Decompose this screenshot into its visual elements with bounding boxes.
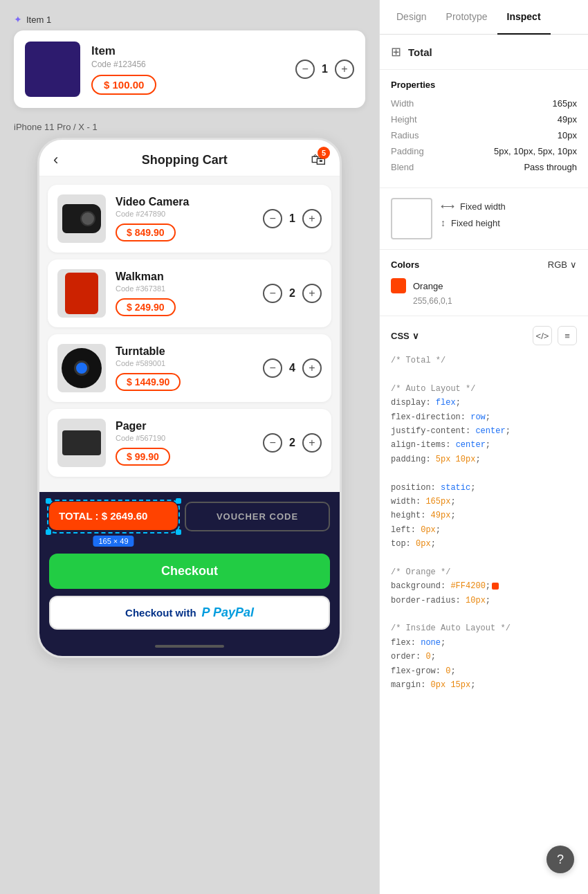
css-list-button[interactable]: ≡: [558, 326, 577, 345]
tab-design[interactable]: Design: [387, 0, 437, 35]
product-name-pager: Pager: [116, 420, 253, 432]
css-line: /* Inside Auto Layout */: [391, 621, 577, 635]
css-actions: </> ≡: [533, 326, 577, 345]
prop-width: Width 165px: [391, 98, 577, 109]
product-price-camera: $ 849.90: [116, 224, 176, 241]
colors-mode[interactable]: RGB ∨: [548, 259, 577, 270]
product-code-camera: Code #247890: [116, 210, 253, 218]
selection-handle-tr: [176, 498, 181, 504]
prop-radius: Radius 10px: [391, 130, 577, 140]
turntable-decrement[interactable]: −: [263, 358, 282, 378]
help-button[interactable]: ?: [546, 846, 574, 873]
fixed-width-icon: ⟷: [441, 201, 454, 212]
css-line: [391, 466, 577, 480]
css-line: [391, 551, 577, 565]
paypal-button[interactable]: Checkout with P PayPal: [49, 596, 330, 630]
cart-title: Shopping Cart: [142, 153, 228, 167]
checkout-button[interactable]: Checkout: [49, 554, 330, 589]
item1-quantity: 1: [322, 63, 328, 75]
voucher-button[interactable]: VOUCHER CODE: [185, 502, 330, 531]
css-line: display: flex;: [391, 396, 577, 410]
item1-name: Item: [91, 44, 284, 58]
walkman-decrement[interactable]: −: [263, 284, 282, 303]
item1-label-text: Item 1: [26, 15, 51, 25]
camera-qty: 1: [289, 212, 295, 225]
css-label[interactable]: CSS ∨: [391, 331, 419, 341]
product-card: Turntable Code #589001 $ 1449.90 − 4 +: [48, 334, 331, 402]
item1-label: ✦ Item 1: [14, 14, 365, 25]
walkman-qty: 2: [289, 287, 295, 300]
prop-padding-key: Padding: [391, 146, 424, 156]
product-price-turntable: $ 1449.90: [116, 373, 181, 391]
item1-decrement-button[interactable]: −: [295, 60, 315, 79]
item1-increment-button[interactable]: +: [335, 60, 354, 79]
prop-width-key: Width: [391, 98, 414, 109]
prop-padding-val: 5px, 10px, 5px, 10px: [494, 146, 577, 156]
total-button[interactable]: TOTAL : $ 2649.60: [49, 502, 178, 530]
section-header: ⊞ Total: [380, 35, 588, 70]
prop-radius-val: 10px: [558, 130, 577, 140]
turntable-icon: [62, 348, 102, 388]
css-line: /* Orange */: [391, 565, 577, 579]
camera-increment[interactable]: +: [302, 209, 322, 228]
right-panel: Design Prototype Inspect ⊞ Total Propert…: [379, 0, 588, 894]
product-code-turntable: Code #589001: [116, 359, 253, 367]
turntable-increment[interactable]: +: [302, 358, 322, 378]
product-price-walkman: $ 249.90: [116, 298, 176, 316]
camera-decrement[interactable]: −: [263, 209, 282, 228]
colors-header: Colors RGB ∨: [391, 259, 577, 270]
css-code-button[interactable]: </>: [533, 326, 552, 345]
prop-blend: Blend Pass through: [391, 162, 577, 172]
colors-mode-label: RGB: [548, 259, 567, 270]
phone-header: ‹ Shopping Cart 🛍 5: [39, 140, 340, 176]
css-line: position: static;: [391, 481, 577, 495]
tab-prototype[interactable]: Prototype: [437, 0, 497, 35]
prop-blend-val: Pass through: [524, 162, 577, 172]
product-info-camera: Video Camera Code #247890 $ 849.90: [116, 196, 253, 241]
pager-increment[interactable]: +: [302, 433, 322, 453]
css-line: top: 0px;: [391, 537, 577, 551]
section-title: Total: [408, 46, 432, 58]
prop-height: Height 49px: [391, 114, 577, 125]
product-name-walkman: Walkman: [116, 271, 253, 283]
camera-lens: [80, 211, 95, 226]
product-thumb-pager: [57, 419, 106, 467]
product-thumb-turntable: [57, 344, 106, 392]
color-swatch: [391, 278, 406, 293]
css-code: /* Total */ /* Auto Layout */ display: f…: [391, 354, 577, 692]
product-thumb-walkman: [57, 269, 106, 318]
prop-radius-key: Radius: [391, 130, 419, 140]
fixed-height-option: ↕ Fixed height: [441, 217, 506, 228]
camera-qty-control: − 1 +: [263, 209, 322, 228]
color-rgb: 255,66,0,1: [413, 296, 577, 306]
css-line: flex: none;: [391, 636, 577, 650]
colors-section: Colors RGB ∨ Orange 255,66,0,1: [380, 250, 588, 316]
prop-padding: Padding 5px, 10px, 5px, 10px: [391, 146, 577, 156]
pager-decrement[interactable]: −: [263, 433, 282, 453]
item1-qty-control: − 1 +: [295, 60, 354, 79]
css-line: flex-direction: row;: [391, 410, 577, 424]
product-thumb-camera: [57, 194, 106, 243]
fixed-width-label: Fixed width: [460, 201, 506, 212]
css-chevron-icon: ∨: [412, 331, 419, 341]
tab-inspect[interactable]: Inspect: [497, 0, 551, 35]
preview-box: [391, 198, 432, 239]
paypal-brand: P PayPal: [202, 605, 254, 620]
product-info-turntable: Turntable Code #589001 $ 1449.90: [116, 345, 253, 391]
prop-height-key: Height: [391, 114, 417, 125]
bottom-row: TOTAL : $ 2649.60 165 × 49 VOUCHER CODE: [49, 502, 330, 531]
walkman-qty-control: − 2 +: [263, 284, 322, 303]
css-label-text: CSS: [391, 331, 410, 341]
item1-price: $ 100.00: [91, 75, 156, 95]
color-swatch-row: Orange: [391, 278, 577, 293]
css-line: padding: 5px 10px;: [391, 453, 577, 466]
selection-handle-tl: [46, 498, 51, 504]
product-info-pager: Pager Code #567190 $ 99.90: [116, 420, 253, 466]
css-line: margin: 0px 15px;: [391, 678, 577, 692]
back-button[interactable]: ‹: [53, 151, 58, 169]
walkman-increment[interactable]: +: [302, 284, 322, 303]
size-label: 165 × 49: [93, 536, 134, 547]
css-section: CSS ∨ </> ≡ /* Total */ /* Auto Layout *…: [380, 316, 588, 702]
phone-frame: ‹ Shopping Cart 🛍 5 Video Camera Code #2…: [37, 138, 342, 658]
fixed-options: ⟷ Fixed width ↕ Fixed height: [441, 198, 506, 228]
